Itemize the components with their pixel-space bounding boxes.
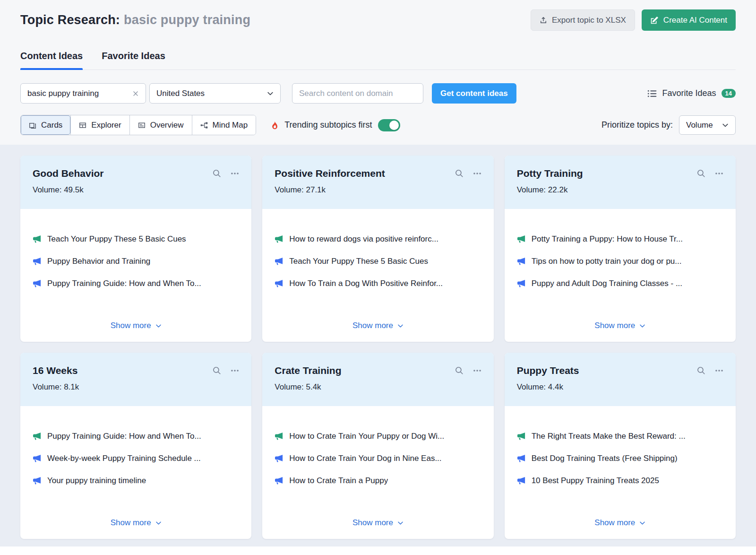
content-idea-text: 10 Best Puppy Training Treats 2025: [532, 476, 659, 486]
chevron-down-icon: [722, 121, 729, 130]
favorite-ideas-link[interactable]: Favorite Ideas 14: [647, 88, 736, 98]
card-header: Good Behavior Volume: 49.5k: [20, 156, 251, 209]
topic-research-page: Topic Research:basic puppy training Expo…: [0, 0, 756, 555]
card-body: How to Crate Train Your Puppy or Dog Wi.…: [262, 406, 493, 539]
domain-search-input[interactable]: [292, 83, 423, 104]
content-idea-item[interactable]: Your puppy training timeline: [33, 469, 239, 492]
prioritize-label: Prioritize topics by:: [601, 120, 673, 130]
content-idea-item[interactable]: How to Crate Train a Puppy: [275, 469, 481, 492]
content-idea-item[interactable]: Puppy Training Guide: How and When To...: [33, 425, 239, 447]
content-idea-item[interactable]: How to Crate Train Your Dog in Nine Eas.…: [275, 447, 481, 469]
content-idea-item[interactable]: Puppy and Adult Dog Training Classes - .…: [517, 272, 723, 295]
search-icon[interactable]: [697, 169, 705, 178]
content-idea-item[interactable]: Best Dog Training Treats (Free Shipping): [517, 447, 723, 469]
megaphone-icon: [275, 235, 283, 243]
content-idea-text: Week-by-week Puppy Training Schedule ...: [47, 454, 201, 463]
trending-toggle[interactable]: [378, 119, 400, 131]
show-more-label: Show more: [352, 321, 393, 330]
card-header: Puppy Treats Volume: 4.4k: [505, 353, 736, 406]
tabs: Content Ideas Favorite Ideas: [20, 51, 736, 70]
topic-query-field[interactable]: [20, 83, 146, 104]
megaphone-icon: [33, 279, 41, 288]
card-header: Positive Reinforcement Volume: 27.1k: [262, 156, 493, 209]
chevron-down-icon: [397, 520, 404, 526]
content-idea-item[interactable]: Tips on how to potty train your dog or p…: [517, 250, 723, 272]
content-idea-text: Puppy Training Guide: How and When To...: [47, 279, 201, 288]
country-value: United States: [156, 89, 205, 98]
get-content-ideas-button[interactable]: Get content ideas: [432, 83, 516, 104]
search-icon[interactable]: [455, 366, 464, 375]
search-icon[interactable]: [213, 169, 221, 178]
topic-query-input[interactable]: [27, 89, 129, 98]
view-mind-map-button[interactable]: Mind Map: [192, 115, 256, 135]
chevron-down-icon: [155, 520, 162, 526]
show-more-link[interactable]: Show more: [275, 518, 481, 529]
show-more-link[interactable]: Show more: [33, 321, 239, 332]
country-select[interactable]: United States: [149, 83, 281, 104]
megaphone-icon: [33, 257, 41, 266]
favorite-ideas-count-badge: 14: [722, 89, 736, 98]
content-idea-item[interactable]: Teach Your Puppy These 5 Basic Cues: [275, 250, 481, 272]
more-options-icon[interactable]: [473, 366, 481, 375]
topic-card-title: Crate Training: [275, 365, 341, 376]
more-options-icon[interactable]: [473, 169, 481, 178]
search-icon[interactable]: [213, 366, 221, 375]
search-icon[interactable]: [455, 169, 464, 178]
view-explorer-button[interactable]: Explorer: [70, 115, 129, 135]
content-idea-item[interactable]: Teach Your Puppy These 5 Basic Cues: [33, 228, 239, 250]
content-idea-item[interactable]: The Right Treats Make the Best Reward: .…: [517, 425, 723, 447]
content-idea-item[interactable]: Puppy Training Guide: How and When To...: [33, 272, 239, 295]
search-icon[interactable]: [697, 366, 705, 375]
more-options-icon[interactable]: [715, 169, 723, 178]
view-overview-button[interactable]: Overview: [129, 115, 192, 135]
card-header: 16 Weeks Volume: 8.1k: [20, 353, 251, 406]
content-idea-item[interactable]: Puppy Behavior and Training: [33, 250, 239, 272]
content-idea-text: Puppy Behavior and Training: [47, 257, 150, 266]
content-idea-item[interactable]: How To Train a Dog With Positive Reinfor…: [275, 272, 481, 295]
megaphone-icon: [275, 279, 283, 288]
content-idea-text: How to reward dogs via positive reinforc…: [289, 234, 438, 244]
tab-content-ideas[interactable]: Content Ideas: [20, 51, 83, 69]
megaphone-icon: [275, 257, 283, 266]
content-idea-item[interactable]: 10 Best Puppy Training Treats 2025: [517, 469, 723, 492]
clear-query-icon[interactable]: [132, 90, 139, 97]
more-options-icon[interactable]: [231, 366, 239, 375]
export-xlsx-label: Export topic to XLSX: [552, 16, 626, 25]
content-idea-text: How to Crate Train Your Dog in Nine Eas.…: [289, 454, 441, 463]
content-idea-text: Teach Your Puppy These 5 Basic Cues: [289, 257, 428, 266]
content-idea-item[interactable]: How to Crate Train Your Puppy or Dog Wi.…: [275, 425, 481, 447]
card-body: How to reward dogs via positive reinforc…: [262, 209, 493, 342]
card-header: Potty Training Volume: 22.2k: [505, 156, 736, 209]
explorer-view-label: Explorer: [91, 121, 121, 130]
trending-label: Trending subtopics first: [284, 120, 372, 130]
show-more-link[interactable]: Show more: [33, 518, 239, 529]
tab-favorite-ideas[interactable]: Favorite Ideas: [102, 51, 165, 69]
content-idea-item[interactable]: Week-by-week Puppy Training Schedule ...: [33, 447, 239, 469]
footer-strip: [0, 546, 756, 555]
megaphone-icon: [517, 257, 525, 266]
show-more-label: Show more: [352, 518, 393, 528]
trending-control: Trending subtopics first: [270, 119, 400, 131]
megaphone-icon: [275, 477, 283, 485]
topic-card-title: Puppy Treats: [517, 365, 579, 376]
content-idea-text: Puppy Training Guide: How and When To...: [47, 432, 201, 441]
more-options-icon[interactable]: [231, 169, 239, 178]
topic-cards-grid: Good Behavior Volume: 49.5k Teach Your P…: [20, 156, 736, 539]
chevron-down-icon: [639, 520, 645, 526]
show-more-label: Show more: [111, 321, 151, 330]
show-more-link[interactable]: Show more: [517, 518, 723, 529]
mind-map-view-label: Mind Map: [213, 121, 248, 130]
content-idea-item[interactable]: Potty Training a Puppy: How to House Tr.…: [517, 228, 723, 250]
show-more-link[interactable]: Show more: [275, 321, 481, 332]
view-cards-button[interactable]: Cards: [21, 115, 70, 135]
prioritize-select[interactable]: Volume: [679, 115, 736, 135]
content-idea-item[interactable]: How to reward dogs via positive reinforc…: [275, 228, 481, 250]
more-options-icon[interactable]: [715, 366, 723, 375]
export-xlsx-button[interactable]: Export topic to XLSX: [531, 9, 635, 31]
topic-card-title: 16 Weeks: [33, 365, 77, 376]
create-ai-content-button[interactable]: Create AI Content: [642, 9, 736, 31]
show-more-link[interactable]: Show more: [517, 321, 723, 332]
megaphone-icon: [275, 432, 283, 441]
topic-card-volume: Volume: 49.5k: [33, 185, 239, 195]
topic-card-title: Good Behavior: [33, 168, 104, 179]
